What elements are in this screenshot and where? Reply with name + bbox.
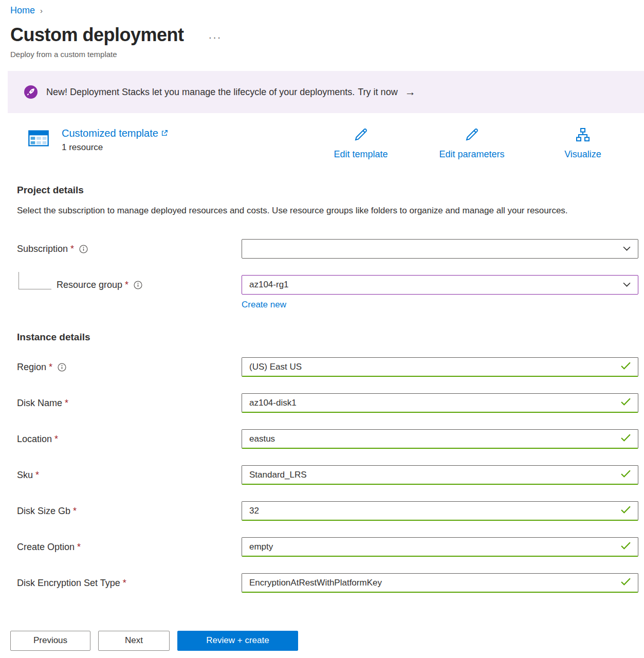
hierarchy-icon [575, 126, 591, 149]
resource-group-field-row: Resource group * az104-rg1 [17, 275, 638, 295]
subscription-label: Subscription [17, 244, 68, 254]
region-label: Region [17, 362, 46, 373]
arrow-right-icon[interactable]: → [405, 86, 416, 98]
required-marker: * [49, 362, 52, 373]
visualize-label: Visualize [564, 149, 601, 160]
required-marker: * [123, 578, 126, 589]
resource-group-value: az104-rg1 [249, 280, 618, 290]
sku-field-row: Sku * Standard_LRS [17, 465, 638, 485]
create-option-input[interactable]: empty [242, 537, 638, 557]
field-connector-line [19, 272, 51, 289]
previous-button[interactable]: Previous [10, 631, 90, 651]
disk-size-input[interactable]: 32 [242, 501, 638, 521]
disk-size-field-row: Disk Size Gb * 32 [17, 501, 638, 521]
deployment-stacks-banner: New! Deployment Stacks let you manage th… [8, 71, 644, 113]
region-input[interactable]: (US) East US [242, 357, 638, 377]
resource-group-dropdown[interactable]: az104-rg1 [242, 275, 638, 295]
visualize-button[interactable]: Visualize [527, 126, 638, 160]
resource-group-label: Resource group [57, 280, 122, 290]
customized-template-link[interactable]: Customized template [62, 127, 168, 139]
location-value: eastus [249, 434, 616, 444]
edit-template-label: Edit template [334, 149, 388, 160]
valid-check-icon [621, 434, 631, 444]
create-option-field-row: Create Option * empty [17, 537, 638, 557]
disk-name-value: az104-disk1 [249, 398, 616, 408]
subscription-field-row: Subscription * [17, 239, 638, 259]
required-marker: * [65, 398, 68, 409]
valid-check-icon [621, 398, 631, 408]
disk-encryption-set-type-field-row: Disk Encryption Set Type * EncryptionAtR… [17, 573, 638, 593]
rocket-icon [24, 85, 38, 99]
edit-parameters-button[interactable]: Edit parameters [416, 126, 527, 160]
chevron-down-icon [623, 244, 631, 254]
sku-label: Sku [17, 470, 33, 481]
sku-value: Standard_LRS [249, 470, 616, 480]
valid-check-icon [621, 578, 631, 588]
edit-template-button[interactable]: Edit template [305, 126, 416, 160]
disk-name-field-row: Disk Name * az104-disk1 [17, 393, 638, 413]
required-marker: * [54, 434, 58, 445]
required-marker: * [73, 506, 77, 517]
region-value: (US) East US [249, 362, 616, 372]
valid-check-icon [621, 506, 631, 516]
info-icon[interactable] [58, 363, 66, 372]
subscription-dropdown[interactable] [242, 239, 638, 259]
location-field-row: Location * eastus [17, 429, 638, 449]
info-icon[interactable] [134, 281, 142, 289]
region-field-row: Region * (US) East US [17, 357, 638, 377]
customized-template-label: Customized template [62, 127, 158, 139]
footer-action-bar: Previous Next Review + create [0, 623, 644, 658]
create-new-link[interactable]: Create new [242, 300, 286, 309]
template-table-icon [27, 126, 50, 150]
disk-encryption-set-type-label: Disk Encryption Set Type [17, 578, 120, 589]
valid-check-icon [621, 470, 631, 480]
banner-try-it-now-link[interactable]: Try it now [358, 87, 397, 98]
required-marker: * [77, 542, 81, 553]
custom-deployment-page: Home › Custom deployment ··· Deploy from… [0, 0, 644, 658]
more-options-button[interactable]: ··· [209, 31, 222, 43]
required-marker: * [125, 280, 128, 290]
edit-parameters-label: Edit parameters [439, 149, 504, 160]
create-option-label: Create Option [17, 542, 75, 553]
disk-name-label: Disk Name [17, 398, 62, 409]
required-marker: * [70, 244, 74, 254]
valid-check-icon [621, 362, 631, 372]
project-details-description: Select the subscription to manage deploy… [17, 204, 608, 217]
disk-name-input[interactable]: az104-disk1 [242, 393, 638, 413]
location-input[interactable]: eastus [242, 429, 638, 449]
page-subtitle: Deploy from a custom template [10, 50, 638, 59]
next-button[interactable]: Next [98, 631, 170, 651]
disk-size-value: 32 [249, 506, 616, 516]
sku-input[interactable]: Standard_LRS [242, 465, 638, 485]
resource-count: 1 resource [62, 142, 168, 153]
chevron-down-icon [623, 280, 631, 290]
pencil-icon [464, 126, 480, 149]
create-option-value: empty [249, 542, 616, 552]
disk-encryption-set-type-input[interactable]: EncryptionAtRestWithPlatformKey [242, 573, 638, 593]
project-details-heading: Project details [17, 185, 638, 196]
breadcrumb-home-link[interactable]: Home [10, 5, 35, 16]
disk-size-label: Disk Size Gb [17, 506, 70, 517]
valid-check-icon [621, 542, 631, 552]
external-link-icon [161, 127, 168, 139]
review-create-button[interactable]: Review + create [177, 631, 298, 651]
pencil-icon [353, 126, 369, 149]
template-summary: Customized template 1 resource [27, 126, 638, 160]
location-label: Location [17, 434, 52, 445]
banner-text: New! Deployment Stacks let you manage th… [46, 87, 355, 98]
breadcrumb: Home › [10, 5, 638, 16]
info-icon[interactable] [79, 245, 88, 253]
required-marker: * [35, 470, 39, 481]
disk-encryption-set-type-value: EncryptionAtRestWithPlatformKey [249, 578, 616, 588]
page-title: Custom deployment [10, 24, 184, 46]
instance-details-heading: Instance details [17, 332, 638, 343]
breadcrumb-chevron-icon: › [40, 6, 43, 15]
